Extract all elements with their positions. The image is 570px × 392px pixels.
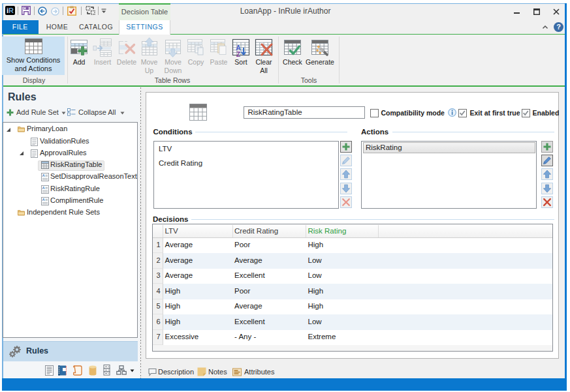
svg-text:Z: Z — [236, 50, 241, 58]
